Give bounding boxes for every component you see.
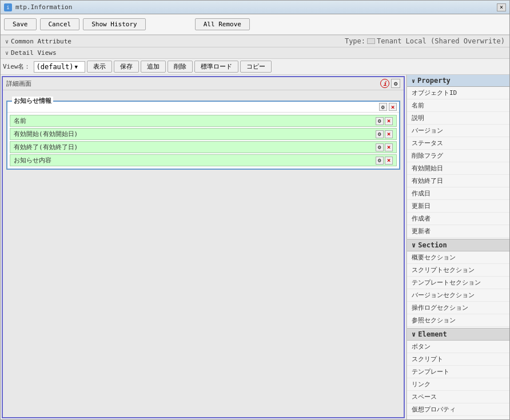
save-button[interactable]: Save	[4, 18, 37, 30]
info-icon[interactable]: i	[380, 79, 389, 88]
property-item-summary[interactable]: 概要セクション	[407, 251, 509, 264]
property-header: ∨ Property	[407, 75, 509, 87]
field-actions: ⚙ ×	[376, 143, 393, 151]
right-panel: ∨ Property オブジェクトID 名前 説明 バージョン ステータス 削除…	[407, 75, 509, 419]
window-icon: i	[4, 3, 12, 11]
property-item-button[interactable]: ボタン	[407, 341, 509, 353]
type-value: Tenant Local (Shared Overwrite)	[377, 37, 505, 45]
element-label: Element	[418, 330, 447, 338]
field-row: お知らせ内容 ⚙ ×	[10, 154, 397, 166]
detail-views-section: ∨ Detail Views	[1, 47, 509, 59]
property-item-startdate[interactable]: 有効開始日	[407, 162, 509, 175]
detail-views-label: Detail Views	[11, 49, 505, 57]
show-history-button[interactable]: Show History	[83, 18, 145, 30]
property-item-status[interactable]: ステータス	[407, 137, 509, 150]
property-header-label: Property	[417, 77, 451, 85]
property-item-template-sec[interactable]: テンプレートセクション	[407, 277, 509, 289]
view-copy-button[interactable]: コピー	[240, 61, 272, 73]
property-item-desc[interactable]: 説明	[407, 112, 509, 125]
view-delete-button[interactable]: 削除	[168, 61, 193, 73]
property-item-space[interactable]: スペース	[407, 391, 509, 403]
window-close-button[interactable]: ×	[497, 3, 506, 11]
field-label-end: 有効終了(有効終了日)	[14, 143, 376, 151]
view-save-button[interactable]: 保存	[114, 61, 139, 73]
field-actions: ⚙ ×	[376, 130, 393, 138]
field-row: 有効開始(有効開始日) ⚙ ×	[10, 128, 397, 140]
detail-gear-icon[interactable]: ⚙	[391, 79, 400, 88]
property-item-name[interactable]: 名前	[407, 99, 509, 112]
detail-area-title: 詳細画面	[6, 79, 380, 88]
type-icon	[367, 38, 375, 44]
field-label-start: 有効開始(有効開始日)	[14, 130, 376, 138]
field-actions: ⚙ ×	[376, 117, 393, 125]
section-label: Section	[418, 241, 447, 249]
all-remove-button[interactable]: All Remove	[195, 18, 250, 30]
view-name-label: View名：	[3, 62, 31, 71]
view-display-button[interactable]: 表示	[87, 61, 112, 73]
detail-views-toggle[interactable]: ∨	[5, 50, 9, 56]
property-item-objectid[interactable]: オブジェクトID	[407, 87, 509, 99]
field-actions: ⚙ ×	[376, 157, 393, 165]
title-bar: i mtp.Information ×	[1, 1, 509, 14]
property-item-link[interactable]: リンク	[407, 378, 509, 391]
property-item-script-el[interactable]: スクリプト	[407, 353, 509, 366]
field-settings-icon[interactable]: ⚙	[376, 143, 384, 151]
field-close-icon[interactable]: ×	[385, 143, 393, 151]
view-select-value: (default)	[37, 63, 74, 71]
property-list: オブジェクトID 名前 説明 バージョン ステータス 削除フラグ 有効開始日 有…	[407, 87, 509, 419]
detail-area: 詳細画面 i ⚙ お知らせ情報 ⚙ × 名前	[2, 76, 405, 418]
field-close-icon[interactable]: ×	[385, 157, 393, 165]
property-item-enddate[interactable]: 有効終了日	[407, 175, 509, 187]
main-toolbar: Save Cancel Show History All Remove	[1, 14, 509, 35]
field-label-content: お知らせ内容	[14, 156, 376, 165]
cancel-button[interactable]: Cancel	[40, 18, 80, 30]
property-item-version-sec[interactable]: バージョンセクション	[407, 289, 509, 302]
property-item-ref-sec[interactable]: 参照セクション	[407, 314, 509, 327]
property-toggle[interactable]: ∨	[412, 78, 415, 84]
group-box-title: お知らせ情報	[12, 97, 53, 105]
common-attribute-section: ∨ Common Attribute Type: Tenant Local (S…	[1, 35, 509, 47]
property-item-creator[interactable]: 作成者	[407, 213, 509, 225]
property-item-template-el[interactable]: テンプレート	[407, 366, 509, 378]
property-item-updatedate[interactable]: 更新日	[407, 200, 509, 213]
field-close-icon[interactable]: ×	[385, 130, 393, 138]
property-section-element: ∨ Element	[407, 328, 509, 341]
group-box: お知らせ情報 ⚙ × 名前 ⚙ ×	[6, 101, 400, 170]
window-title: mtp.Information	[15, 3, 493, 11]
main-content: 詳細画面 i ⚙ お知らせ情報 ⚙ × 名前	[1, 75, 509, 419]
property-section-section: ∨ Section	[407, 239, 509, 251]
group-box-header: ⚙ ×	[7, 102, 399, 113]
detail-header: 詳細画面 i ⚙	[3, 77, 404, 90]
field-close-icon[interactable]: ×	[385, 117, 393, 125]
common-attribute-label: Common Attribute	[11, 38, 342, 45]
detail-header-icons: i ⚙	[380, 79, 400, 88]
group-box-settings-icon[interactable]: ⚙	[379, 103, 387, 111]
property-item-delflag[interactable]: 削除フラグ	[407, 150, 509, 162]
main-window: i mtp.Information × Save Cancel Show His…	[0, 0, 510, 420]
field-settings-icon[interactable]: ⚙	[376, 130, 384, 138]
property-item-oplog-sec[interactable]: 操作ログセクション	[407, 302, 509, 314]
group-box-close-icon[interactable]: ×	[389, 103, 397, 111]
field-settings-icon[interactable]: ⚙	[376, 117, 384, 125]
field-row: 有効終了(有効終了日) ⚙ ×	[10, 141, 397, 153]
field-row: 名前 ⚙ ×	[10, 115, 397, 127]
view-select[interactable]: (default) ▼	[34, 61, 85, 73]
view-add-button[interactable]: 追加	[141, 61, 166, 73]
type-label: Type:	[345, 37, 365, 45]
view-select-arrow: ▼	[75, 64, 78, 70]
property-item-createdate[interactable]: 作成日	[407, 187, 509, 200]
group-box-fields: 名前 ⚙ × 有効開始(有効開始日) ⚙ ×	[7, 113, 399, 169]
view-standard-load-button[interactable]: 標準ロード	[194, 61, 238, 73]
element-toggle[interactable]: ∨	[412, 330, 416, 338]
property-item-updater[interactable]: 更新者	[407, 225, 509, 238]
field-label-name: 名前	[14, 117, 376, 125]
property-item-script-sec[interactable]: スクリプトセクション	[407, 264, 509, 277]
property-item-version[interactable]: バージョン	[407, 125, 509, 137]
field-settings-icon[interactable]: ⚙	[376, 157, 384, 165]
property-item-virtual-prop[interactable]: 仮想プロパティ	[407, 403, 509, 416]
left-panel: 詳細画面 i ⚙ お知らせ情報 ⚙ × 名前	[1, 75, 407, 419]
section-toggle[interactable]: ∨	[412, 241, 416, 249]
type-badge: Type: Tenant Local (Shared Overwrite)	[345, 37, 505, 45]
view-toolbar: View名： (default) ▼ 表示 保存 追加 削除 標準ロード コピー	[1, 59, 509, 75]
common-attribute-toggle[interactable]: ∨	[5, 38, 9, 45]
